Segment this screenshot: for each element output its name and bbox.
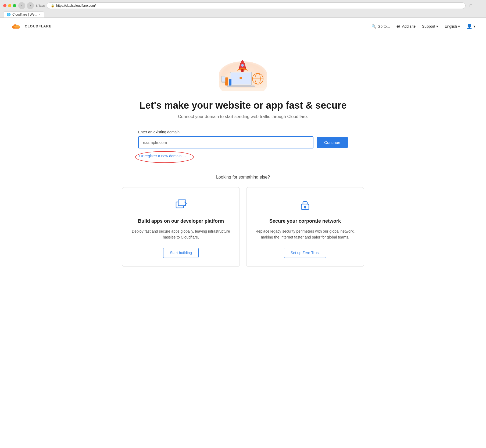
cloudflare-logo[interactable]: CLOUDFLARE bbox=[11, 23, 52, 30]
tab-title: Cloudflare | We... bbox=[12, 13, 37, 16]
looking-section: Looking for something else? Build apps o… bbox=[122, 175, 364, 267]
lock-icon: 🔒 bbox=[51, 4, 55, 8]
tab-count: 8 Tabs bbox=[36, 4, 45, 7]
zero-trust-card-title: Secure your corporate network bbox=[269, 218, 341, 224]
navbar-actions: 🔍 Go to... ⊕ Add site Support ▾ English … bbox=[371, 23, 475, 29]
tab-favicon: 🌐 bbox=[7, 13, 11, 16]
browser-nav: ‹ › bbox=[18, 2, 34, 9]
active-tab[interactable]: 🌐 Cloudflare | We... × bbox=[3, 11, 44, 17]
main-heading: Let's make your website or app fast & se… bbox=[140, 99, 347, 111]
svg-rect-12 bbox=[229, 79, 231, 86]
user-nav[interactable]: 👤 ▾ bbox=[466, 23, 475, 29]
chevron-down-icon-3: ▾ bbox=[473, 24, 475, 29]
svg-rect-7 bbox=[241, 69, 244, 72]
dev-platform-card-title: Build apps on our developer platform bbox=[138, 218, 224, 224]
search-icon: 🔍 bbox=[371, 24, 376, 29]
logo-text: CLOUDFLARE bbox=[25, 24, 52, 28]
support-nav[interactable]: Support ▾ bbox=[422, 24, 438, 29]
url-text: https://dash.cloudflare.com/ bbox=[56, 4, 96, 8]
dev-platform-card-desc: Deploy fast and secure apps globally, le… bbox=[131, 228, 231, 240]
language-nav[interactable]: English ▾ bbox=[445, 24, 460, 29]
lock-icon bbox=[299, 198, 312, 213]
continue-button[interactable]: Continue bbox=[317, 137, 348, 148]
back-btn[interactable]: ‹ bbox=[18, 2, 25, 9]
register-link-container: Or register a new domain → bbox=[138, 153, 348, 159]
developer-platform-card: Build apps on our developer platform Dep… bbox=[122, 187, 240, 267]
tab-bar: 8 Tabs bbox=[36, 4, 45, 7]
zero-trust-card: Secure your corporate network Replace le… bbox=[246, 187, 364, 267]
hero-svg bbox=[213, 49, 273, 91]
plus-icon: ⊕ bbox=[396, 24, 400, 29]
svg-rect-11 bbox=[225, 77, 228, 86]
tab-close-btn[interactable]: × bbox=[39, 13, 40, 16]
domain-label: Enter an existing domain bbox=[138, 130, 348, 134]
window-maximize-btn[interactable] bbox=[13, 4, 16, 7]
main-subheading: Connect your domain to start sending web… bbox=[178, 114, 308, 119]
apps-icon bbox=[174, 198, 187, 213]
looking-title: Looking for something else? bbox=[122, 175, 364, 180]
forward-btn[interactable]: › bbox=[27, 2, 34, 9]
user-icon: 👤 bbox=[466, 23, 472, 29]
window-minimize-btn[interactable] bbox=[8, 4, 11, 7]
more-btn[interactable]: ··· bbox=[476, 2, 483, 9]
chevron-down-icon: ▾ bbox=[436, 24, 438, 29]
domain-section: Enter an existing domain Continue bbox=[138, 130, 348, 148]
language-label: English bbox=[445, 24, 457, 29]
extensions-btn[interactable]: ⊞ bbox=[468, 2, 474, 9]
goto-nav[interactable]: 🔍 Go to... bbox=[371, 24, 390, 29]
cloudflare-logo-icon bbox=[11, 23, 23, 30]
chevron-down-icon-2: ▾ bbox=[458, 24, 460, 29]
main-content: Let's make your website or app fast & se… bbox=[0, 35, 486, 448]
add-site-nav[interactable]: ⊕ Add site bbox=[396, 24, 416, 29]
hero-illustration bbox=[213, 48, 273, 91]
window-controls bbox=[3, 4, 16, 7]
address-bar[interactable]: 🔒 https://dash.cloudflare.com/ bbox=[47, 2, 466, 9]
register-new-domain-link[interactable]: Or register a new domain → bbox=[138, 153, 187, 159]
start-building-button[interactable]: Start building bbox=[163, 248, 199, 258]
svg-rect-3 bbox=[227, 86, 255, 87]
window-close-btn[interactable] bbox=[3, 4, 6, 7]
domain-input-row: Continue bbox=[138, 136, 348, 148]
goto-label: Go to... bbox=[378, 24, 390, 29]
support-label: Support bbox=[422, 24, 435, 29]
svg-rect-14 bbox=[222, 77, 225, 81]
browser-chrome: ‹ › 8 Tabs 🔒 https://dash.cloudflare.com… bbox=[0, 0, 486, 18]
browser-actions: ⊞ ··· bbox=[468, 2, 483, 9]
setup-zero-trust-button[interactable]: Set up Zero Trust bbox=[284, 248, 326, 258]
domain-input[interactable] bbox=[138, 136, 313, 148]
add-site-label: Add site bbox=[402, 24, 416, 29]
zero-trust-card-desc: Replace legacy security perimeters with … bbox=[255, 228, 355, 240]
svg-point-6 bbox=[241, 64, 244, 67]
cards-row: Build apps on our developer platform Dep… bbox=[122, 187, 364, 267]
navbar: CLOUDFLARE 🔍 Go to... ⊕ Add site Support… bbox=[0, 18, 486, 35]
